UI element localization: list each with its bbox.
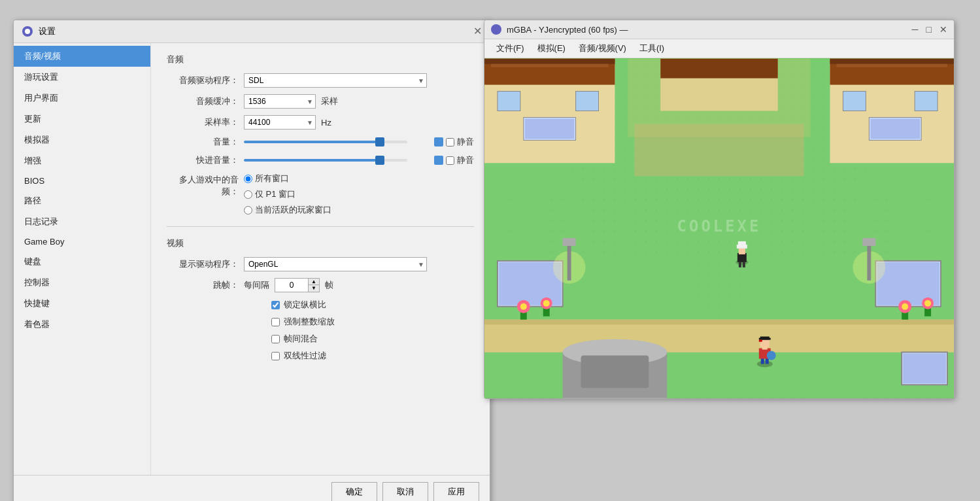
mgba-icon: [491, 24, 501, 35]
force-integer-label[interactable]: 强制整数缩放: [271, 316, 474, 328]
settings-body: 音频/视频 游玩设置 用户界面 更新 模拟器 增强 BIOS 路径: [14, 43, 490, 475]
multiplay-all-label[interactable]: 所有窗口: [244, 173, 331, 184]
frameskip-row: 跳帧： 每间隔 ▲ ▼ 帧: [167, 278, 474, 292]
maximize-button[interactable]: □: [926, 25, 932, 34]
multiplay-active-label[interactable]: 当前活跃的玩家窗口: [244, 204, 331, 216]
svg-rect-14: [525, 118, 575, 139]
minimize-button[interactable]: ─: [912, 25, 919, 34]
svg-rect-24: [660, 59, 778, 78]
multiplay-all-radio[interactable]: [244, 175, 252, 183]
display-driver-select-wrapper: OpenGL ▼: [244, 257, 427, 271]
samplerate-select[interactable]: 44100: [244, 115, 316, 130]
spinbox-up[interactable]: ▲: [309, 279, 319, 285]
frame-blend-label[interactable]: 帧间混合: [271, 333, 474, 345]
apply-button[interactable]: 应用: [433, 482, 479, 501]
mute-checkbox-label[interactable]: 静音: [446, 136, 474, 148]
settings-title: 设置: [39, 26, 56, 37]
ok-button[interactable]: 确定: [331, 482, 377, 501]
sidebar-item-shortcut[interactable]: 快捷键: [14, 293, 150, 314]
audio-buffer-select[interactable]: 1536: [244, 94, 316, 109]
settings-icon: [22, 26, 33, 37]
svg-rect-63: [743, 262, 745, 268]
force-integer-checkbox[interactable]: [271, 318, 280, 326]
fast-mute-checkbox[interactable]: [446, 156, 454, 165]
close-button[interactable]: ✕: [473, 26, 482, 37]
frameskip-label: 跳帧：: [167, 279, 239, 291]
multiplay-p1: 仅 P1 窗口: [255, 188, 296, 200]
cancel-button[interactable]: 取消: [382, 482, 428, 501]
audio-driver-select[interactable]: SDL: [244, 73, 427, 88]
sidebar-item-bios[interactable]: BIOS: [14, 171, 150, 190]
svg-rect-9: [484, 59, 615, 64]
svg-rect-52: [567, 241, 571, 281]
multiplay-p1-radio[interactable]: [244, 190, 252, 199]
frame-blend-checkbox[interactable]: [271, 335, 280, 343]
bilinear-checkbox[interactable]: [271, 352, 280, 360]
sidebar-item-enhance[interactable]: 增强: [14, 150, 150, 171]
fast-mute-label: 静音: [457, 154, 474, 166]
main-content: 音频 音频驱动程序： SDL ▼ 音频缓冲： 1536 ▼: [151, 43, 490, 475]
sidebar-item-gameboy[interactable]: Game Boy: [14, 232, 150, 251]
frameskip-input[interactable]: [275, 279, 308, 291]
mute-checkbox[interactable]: [446, 138, 454, 147]
svg-rect-17: [830, 59, 954, 64]
sidebar-item-log[interactable]: 日志记录: [14, 211, 150, 232]
multiplay-p1-label[interactable]: 仅 P1 窗口: [244, 188, 331, 200]
game-screen: COOLEXE: [484, 58, 954, 398]
sidebar-item-emulator[interactable]: 模拟器: [14, 130, 150, 150]
svg-point-47: [902, 303, 908, 310]
game-title-bar: mGBA - YJencrypted (60 fps) — ─ □ ✕: [484, 20, 954, 39]
multiplay-options: 所有窗口 仅 P1 窗口 当前活跃的玩家窗口: [244, 173, 331, 216]
fast-volume-slider[interactable]: [244, 159, 407, 162]
svg-rect-18: [837, 64, 948, 67]
display-driver-select[interactable]: OpenGL: [244, 257, 427, 271]
fast-mute-row: 静音: [434, 154, 474, 166]
fast-volume-indicator: [434, 156, 443, 165]
sidebar-item-ui[interactable]: 用户界面: [14, 88, 150, 109]
sidebar-item-audio-video[interactable]: 音频/视频: [14, 46, 150, 67]
game-window: mGBA - YJencrypted (60 fps) — ─ □ ✕ 文件(F…: [484, 20, 955, 399]
fast-mute-checkbox-label[interactable]: 静音: [446, 154, 474, 166]
frameskip-spinbox: ▲ ▼: [275, 278, 320, 292]
svg-point-41: [520, 303, 527, 310]
sidebar-item-colorizer[interactable]: 着色器: [14, 314, 150, 335]
sidebar-item-keyboard[interactable]: 键盘: [14, 251, 150, 272]
window-footer: 确定 取消 应用: [14, 475, 490, 501]
lock-aspect-label[interactable]: 锁定纵横比: [271, 299, 474, 311]
bilinear-label[interactable]: 双线性过滤: [271, 350, 474, 362]
sidebar-item-update[interactable]: 更新: [14, 109, 150, 130]
game-close-button[interactable]: ✕: [939, 25, 947, 34]
menu-file[interactable]: 文件(F): [490, 41, 531, 56]
menu-tools[interactable]: 工具(I): [633, 41, 671, 56]
menu-av[interactable]: 音频/视频(V): [572, 41, 633, 56]
lock-aspect-checkbox[interactable]: [271, 301, 280, 309]
audio-driver-row: 音频驱动程序： SDL ▼: [167, 73, 474, 88]
mute-label: 静音: [457, 136, 474, 148]
settings-title-bar: 设置 ✕: [14, 20, 490, 43]
sidebar-item-controller[interactable]: 控制器: [14, 272, 150, 293]
lock-aspect-text: 锁定纵横比: [284, 299, 326, 311]
svg-text:COOLEXE: COOLEXE: [677, 217, 762, 235]
menu-emulate[interactable]: 模拟(E): [531, 41, 572, 56]
svg-rect-58: [737, 253, 747, 262]
samplerate-row: 采样率： 44100 ▼ Hz: [167, 115, 474, 130]
audio-driver-label: 音频驱动程序：: [167, 75, 239, 86]
svg-rect-11: [498, 92, 520, 111]
volume-label: 音量：: [167, 136, 239, 148]
audio-driver-select-wrapper: SDL ▼: [244, 73, 427, 88]
multiplay-active-radio[interactable]: [244, 206, 252, 215]
samplerate-select-wrapper: 44100 ▼: [244, 115, 316, 130]
sidebar-item-path[interactable]: 路径: [14, 190, 150, 211]
bilinear-text: 双线性过滤: [284, 350, 326, 362]
force-integer-text: 强制整数缩放: [284, 316, 335, 328]
audio-buffer-label: 音频缓冲：: [167, 95, 239, 107]
game-menubar: 文件(F) 模拟(E) 音频/视频(V) 工具(I): [484, 39, 954, 58]
spinbox-buttons: ▲ ▼: [308, 279, 319, 292]
svg-point-50: [924, 300, 931, 307]
volume-slider[interactable]: [244, 141, 407, 143]
volume-slider-container: [244, 141, 426, 143]
audio-buffer-select-wrapper: 1536 ▼: [244, 94, 316, 109]
audio-section-title: 音频: [167, 54, 474, 65]
sidebar-item-game-settings[interactable]: 游玩设置: [14, 67, 150, 88]
spinbox-down[interactable]: ▼: [309, 285, 319, 292]
